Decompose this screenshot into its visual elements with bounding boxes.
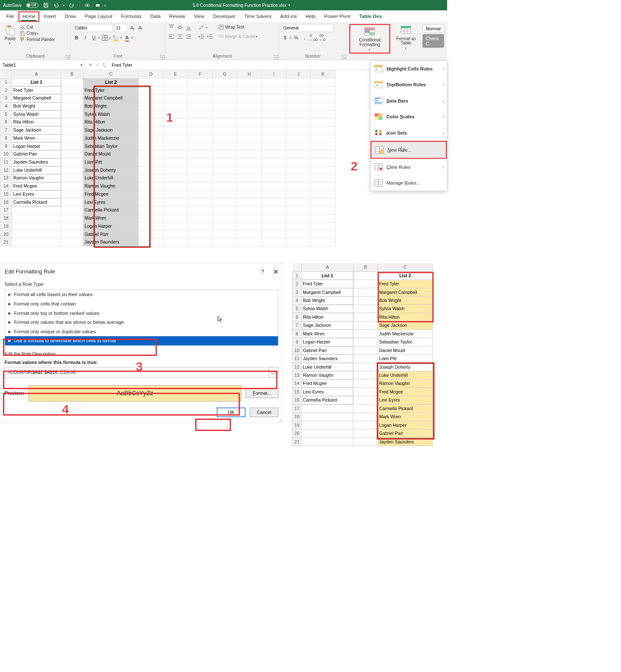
cell[interactable] [286, 238, 311, 246]
cell[interactable] [286, 158, 311, 166]
row-header[interactable]: 20 [292, 429, 302, 437]
row-header[interactable]: 2 [0, 86, 12, 94]
cell[interactable] [237, 214, 262, 222]
cell[interactable]: Margaret Campbell [83, 94, 139, 102]
align-top-icon[interactable] [168, 24, 175, 31]
cell[interactable]: Sage Jackson [12, 126, 61, 134]
fill-color-icon[interactable] [113, 35, 120, 41]
format-button[interactable]: Format... [246, 388, 278, 398]
cell[interactable] [353, 280, 378, 288]
row-header[interactable]: 9 [0, 142, 12, 150]
cell[interactable] [237, 174, 262, 182]
cell[interactable] [212, 78, 237, 86]
cell[interactable] [163, 238, 188, 246]
decrease-indent-icon[interactable] [198, 33, 205, 40]
align-middle-icon[interactable] [176, 24, 183, 31]
cell[interactable] [286, 78, 311, 86]
cell[interactable] [311, 182, 336, 190]
font-size-input[interactable] [114, 24, 128, 32]
cell[interactable]: Lexi Eyres [302, 388, 353, 396]
cell[interactable] [286, 134, 311, 142]
cell[interactable] [311, 198, 336, 206]
column-header[interactable]: H [237, 70, 262, 78]
cell[interactable] [261, 230, 286, 238]
column-header[interactable]: C [83, 70, 139, 78]
cell[interactable] [353, 346, 378, 354]
cell[interactable] [212, 206, 237, 214]
cell[interactable] [138, 102, 163, 110]
conditional-formatting-button[interactable]: Conditional Formatting ▾ [351, 26, 389, 52]
cell[interactable] [311, 230, 336, 238]
cancel-button[interactable]: Cancel [250, 408, 278, 417]
cell[interactable]: Liam Pitt [83, 158, 139, 166]
cell[interactable]: Sebastian Taylor [83, 142, 139, 150]
increase-indent-icon[interactable] [207, 33, 214, 40]
cell[interactable] [286, 110, 311, 118]
cell[interactable] [212, 142, 237, 150]
cell[interactable] [212, 238, 237, 246]
column-header[interactable]: J [286, 70, 311, 78]
cell[interactable] [261, 198, 286, 206]
box-icon[interactable] [95, 2, 101, 8]
cell[interactable] [237, 222, 262, 230]
italic-icon[interactable]: I [82, 35, 89, 41]
cell[interactable] [311, 142, 336, 150]
cell[interactable] [212, 214, 237, 222]
cell[interactable] [188, 238, 213, 246]
cell[interactable]: Ramon Vaughn [83, 182, 139, 190]
row-header[interactable]: 17 [292, 404, 302, 412]
cell[interactable] [188, 94, 213, 102]
cell[interactable] [163, 102, 188, 110]
cell[interactable] [12, 206, 61, 214]
cell[interactable] [188, 78, 213, 86]
cell[interactable]: Carmella Pickard [378, 404, 433, 412]
cell[interactable] [261, 166, 286, 174]
cell[interactable]: Lexi Eyres [378, 396, 433, 404]
cell[interactable] [353, 305, 378, 313]
chevron-down-icon[interactable]: ▾ [206, 26, 208, 29]
cell[interactable]: Logan Harper [378, 421, 433, 429]
comma-icon[interactable]: , [302, 35, 308, 41]
align-center-icon[interactable] [176, 33, 183, 40]
cell[interactable]: Judith Mackenzie [83, 134, 139, 142]
cell[interactable]: Sylvia Walsh [12, 110, 61, 118]
cell[interactable]: Ramon Vaughn [302, 371, 353, 379]
tab-time-savers[interactable]: Time Savers [240, 11, 276, 21]
cell[interactable] [138, 86, 163, 94]
cell[interactable] [302, 413, 353, 421]
cell[interactable] [163, 86, 188, 94]
cell[interactable]: Judith Mackenzie [378, 329, 433, 337]
cell[interactable] [61, 94, 83, 102]
cell[interactable] [163, 142, 188, 150]
cell[interactable]: Bob Wright [83, 102, 139, 110]
style-normal[interactable]: Normal [422, 25, 444, 33]
row-header[interactable]: 3 [0, 94, 12, 102]
cell[interactable] [163, 158, 188, 166]
cell[interactable]: Sage Jackson [378, 321, 433, 329]
row-header[interactable]: 7 [292, 321, 302, 329]
cell[interactable] [212, 110, 237, 118]
cell[interactable] [261, 150, 286, 158]
cell[interactable] [237, 206, 262, 214]
cell[interactable] [237, 238, 262, 246]
close-icon[interactable]: ✕ [273, 268, 278, 276]
cell[interactable]: Mark Wren [378, 413, 433, 421]
chevron-down-icon[interactable]: ▾ [109, 36, 111, 40]
tab-insert[interactable]: Insert [39, 11, 60, 21]
merge-center-button[interactable]: Merge & Center ▾ [218, 33, 257, 39]
cell[interactable]: Daniel Mould [83, 150, 139, 158]
cell[interactable] [138, 214, 163, 222]
cell[interactable] [353, 296, 378, 305]
align-right-icon[interactable] [185, 33, 192, 40]
filename-dropdown-icon[interactable]: ▾ [288, 3, 290, 7]
rule-type-option-selected[interactable]: ►Use a formula to determine which cells … [5, 336, 278, 346]
increase-decimal-icon[interactable]: .0←.00 [310, 35, 317, 41]
cell[interactable] [138, 174, 163, 182]
column-header[interactable]: A [12, 70, 61, 78]
cell[interactable] [286, 86, 311, 94]
cell[interactable] [237, 134, 262, 142]
cell[interactable] [311, 206, 336, 214]
cell[interactable] [311, 86, 336, 94]
cell[interactable]: List 1 [302, 271, 353, 279]
dialog-launcher-icon[interactable]: ↘ [65, 55, 70, 59]
